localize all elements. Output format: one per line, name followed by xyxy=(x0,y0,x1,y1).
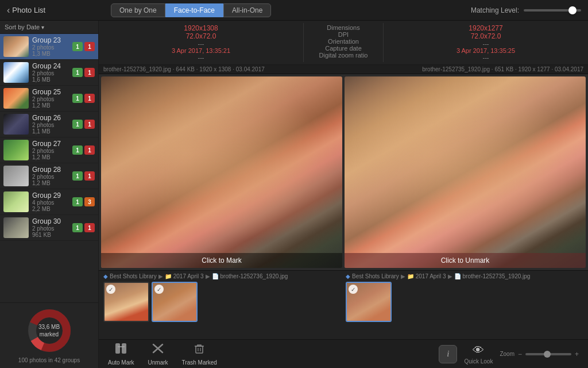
matching-slider-thumb xyxy=(568,6,577,14)
group-info-30: Group 30 2 photos 961 KB xyxy=(32,217,69,238)
matching-slider[interactable] xyxy=(524,9,581,12)
back-label: Photo List xyxy=(12,6,45,14)
badge-green-27: 1 xyxy=(72,145,83,155)
group-info-23: Group 23 2 photos 1,3 MB xyxy=(32,36,69,57)
left-zoom: --- xyxy=(198,54,204,61)
group-item-25[interactable]: Group 25 2 photos 1,2 MB 1 1 xyxy=(0,86,98,112)
trash-icon xyxy=(193,342,206,358)
group-name-23: Group 23 xyxy=(32,36,69,44)
zoom-slider[interactable] xyxy=(525,353,571,355)
group-thumb-27 xyxy=(3,140,29,160)
auto-mark-button[interactable]: Auto Mark xyxy=(108,342,134,366)
badge-green-24: 1 xyxy=(72,68,83,77)
group-name-29: Group 29 xyxy=(32,191,69,200)
file-info-bar: brother-1252736_1920.jpg · 644 KB · 1920… xyxy=(99,65,588,74)
meta-col-center: Dimensions DPI Orientation Capture date … xyxy=(303,23,384,62)
right-panel: 1920x1308 72.0x72.0 --- 3 Apr 2017, 13:3… xyxy=(99,21,588,368)
right-click-label[interactable]: Click to Unmark xyxy=(345,253,586,268)
label-dimensions: Dimensions xyxy=(327,24,359,31)
group-name-25: Group 25 xyxy=(32,88,69,96)
group-meta-29: 4 photos 2,2 MB xyxy=(32,200,69,212)
thumb-images-left: ✓ ✓ xyxy=(103,282,341,322)
svg-rect-3 xyxy=(115,343,120,354)
tab-face-to-face[interactable]: Face-to-Face xyxy=(165,3,223,17)
thumb-section-left: ◆ Best Shots Library ▶ 📁 2017 April 3 ▶ … xyxy=(103,273,341,322)
path-chevron-r2: ▶ xyxy=(448,273,452,279)
group-item-30[interactable]: Group 30 2 photos 961 KB 1 1 xyxy=(0,215,98,241)
group-name-26: Group 26 xyxy=(32,114,69,122)
left-click-label[interactable]: Click to Mark xyxy=(101,253,342,268)
svg-rect-4 xyxy=(122,343,126,354)
top-bar: ‹ Photo List One by One Face-to-Face All… xyxy=(0,0,588,21)
group-badges-23: 1 1 xyxy=(72,42,95,51)
group-item-26[interactable]: Group 26 2 photos 1,1 MB 1 1 xyxy=(0,112,98,137)
group-name-27: Group 27 xyxy=(32,140,69,148)
group-meta-23: 2 photos 1,3 MB xyxy=(32,44,69,57)
left-image-panel[interactable]: Click to Mark xyxy=(101,76,342,268)
badge-green-28: 1 xyxy=(72,171,83,181)
left-orientation: --- xyxy=(198,40,204,47)
path-folder-icon-right: 📁 xyxy=(407,273,414,279)
path-chevron-1: ▶ xyxy=(158,273,163,279)
right-image-panel[interactable]: Click to Unmark xyxy=(345,76,586,268)
badge-red-26: 1 xyxy=(84,120,95,129)
group-item-28[interactable]: Group 28 2 photos 1,2 MB 1 1 xyxy=(0,163,98,189)
group-badges-25: 1 1 xyxy=(72,94,95,103)
group-thumb-28 xyxy=(3,166,29,186)
group-meta-30: 2 photos 961 KB xyxy=(32,225,69,238)
path-date-right: 2017 April 3 xyxy=(416,273,446,279)
path-library-left: Best Shots Library xyxy=(110,273,157,279)
group-item-23[interactable]: Group 23 2 photos 1,3 MB 1 1 xyxy=(0,34,98,60)
matching-level-control: Matching Level: xyxy=(471,6,581,14)
badge-green-29: 1 xyxy=(72,197,83,206)
left-dpi: 72.0x72.0 xyxy=(186,32,216,40)
sort-bar[interactable]: Sort by Date ▾ xyxy=(0,21,98,34)
group-info-27: Group 27 2 photos 1,2 MB xyxy=(32,140,69,160)
label-dpi: DPI xyxy=(338,31,349,38)
back-button[interactable]: ‹ Photo List xyxy=(7,5,45,16)
left-photo xyxy=(101,76,342,268)
bottom-toolbar: Auto Mark Unmark xyxy=(99,339,588,368)
group-item-29[interactable]: Group 29 4 photos 2,2 MB 1 3 xyxy=(0,189,98,215)
svg-rect-5 xyxy=(196,346,203,353)
meta-col-right: 1920x1277 72.0x72.0 --- 3 Apr 2017, 13:3… xyxy=(384,23,588,62)
badge-red-25: 1 xyxy=(84,94,95,103)
thumb-img-right-1[interactable]: ✓ xyxy=(346,282,392,322)
zoom-plus-icon[interactable]: + xyxy=(575,350,579,358)
group-badges-26: 1 1 xyxy=(72,120,95,129)
badge-orange-29: 3 xyxy=(84,197,95,206)
zoom-control: Zoom − + xyxy=(500,350,579,358)
group-meta-28: 2 photos 1,2 MB xyxy=(32,174,69,186)
right-dimensions: 1920x1277 xyxy=(469,24,502,32)
badge-green-30: 1 xyxy=(72,223,83,232)
tab-all-in-one[interactable]: All-in-One xyxy=(223,3,271,17)
group-thumb-25 xyxy=(3,88,29,109)
group-badges-24: 1 1 xyxy=(72,68,95,77)
thumbnail-strip: ◆ Best Shots Library ▶ 📁 2017 April 3 ▶ … xyxy=(99,270,588,339)
quick-look-button[interactable]: 👁 Quick Look xyxy=(464,344,493,365)
check-icon-left-1: ✓ xyxy=(106,285,115,294)
group-thumb-23 xyxy=(3,36,29,57)
view-tabs: One by One Face-to-Face All-in-One xyxy=(111,3,271,17)
path-file-right: brother-1252735_1920.jpg xyxy=(463,273,531,279)
check-icon-right-1: ✓ xyxy=(349,285,358,294)
tab-one-by-one[interactable]: One by One xyxy=(111,3,165,17)
unmark-button[interactable]: Unmark xyxy=(148,342,168,366)
back-arrow-icon: ‹ xyxy=(7,5,10,16)
left-capture-date: 3 Apr 2017, 13:35:21 xyxy=(172,47,230,54)
path-diamond-icon: ◆ xyxy=(103,273,108,279)
trash-marked-button[interactable]: Trash Marked xyxy=(182,342,217,366)
info-button[interactable]: i xyxy=(439,345,457,363)
right-dpi: 72.0x72.0 xyxy=(471,32,501,40)
group-item-27[interactable]: Group 27 2 photos 1,2 MB 1 1 xyxy=(0,137,98,163)
path-chevron-2: ▶ xyxy=(206,273,210,279)
zoom-minus-icon[interactable]: − xyxy=(518,350,522,358)
thumb-img-left-1[interactable]: ✓ xyxy=(103,282,149,322)
toolbar-left: Auto Mark Unmark xyxy=(108,342,217,366)
unmark-icon xyxy=(151,342,165,358)
label-capture-date: Capture date xyxy=(325,45,362,52)
file-info-left: brother-1252736_1920.jpg · 644 KB · 1920… xyxy=(103,66,265,72)
thumb-img-left-2[interactable]: ✓ xyxy=(152,282,198,322)
label-zoom: Digital zoom ratio xyxy=(319,52,368,59)
group-item-24[interactable]: Group 24 2 photos 1,6 MB 1 1 xyxy=(0,60,98,86)
